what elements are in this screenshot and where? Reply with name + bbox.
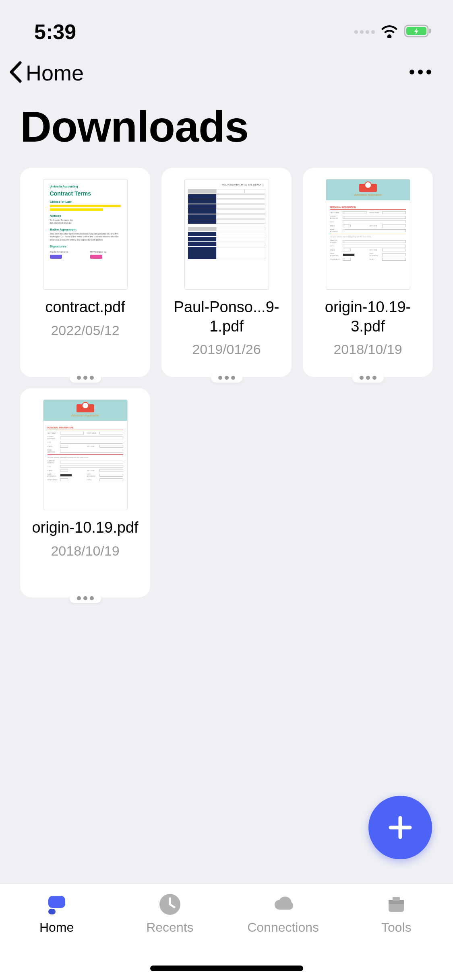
- svg-point-0: [388, 35, 391, 37]
- svg-point-15: [372, 376, 376, 380]
- status-time: 5:39: [34, 20, 76, 44]
- svg-point-7: [77, 376, 81, 380]
- file-date: 2022/05/12: [51, 323, 119, 338]
- back-label: Home: [26, 60, 84, 85]
- tab-label: Tools: [381, 920, 412, 935]
- tab-tools[interactable]: Tools: [340, 893, 453, 980]
- svg-rect-19: [48, 896, 65, 908]
- status-indicators: [354, 24, 433, 40]
- file-name: origin-10.19.pdf: [32, 518, 138, 537]
- tab-label: Connections: [247, 920, 319, 935]
- file-thumbnail: PAUL PONSONBY LIMITED SITE SURVEY ●: [184, 179, 269, 290]
- svg-point-14: [366, 376, 370, 380]
- svg-point-10: [218, 376, 222, 380]
- tab-label: Recents: [146, 920, 193, 935]
- svg-point-17: [83, 596, 87, 600]
- clock-icon: [158, 893, 182, 916]
- toolbox-icon: [385, 893, 408, 916]
- svg-point-18: [90, 596, 94, 600]
- page-title: Downloads: [0, 89, 453, 168]
- file-card[interactable]: Umbrella Accounting Contract Terms Choic…: [20, 168, 150, 377]
- file-thumbnail: Admission Application PERSONAL INFORMATI…: [43, 399, 128, 510]
- add-button[interactable]: [368, 796, 432, 859]
- file-card[interactable]: Admission Application PERSONAL INFORMATI…: [20, 388, 150, 597]
- file-more-button[interactable]: [211, 373, 242, 383]
- file-more-button[interactable]: [352, 373, 384, 383]
- file-card[interactable]: Admission Application PERSONAL INFORMATI…: [303, 168, 433, 377]
- file-name: contract.pdf: [45, 298, 125, 317]
- home-tab-icon: [45, 893, 68, 916]
- back-button[interactable]: Home: [8, 60, 84, 85]
- tab-home[interactable]: Home: [0, 893, 113, 980]
- file-name: origin-10.19-3.pdf: [310, 298, 426, 336]
- svg-point-9: [90, 376, 94, 380]
- file-card[interactable]: PAUL PONSONBY LIMITED SITE SURVEY ● Paul…: [161, 168, 292, 377]
- file-grid: Umbrella Accounting Contract Terms Choic…: [0, 168, 453, 597]
- svg-rect-2: [429, 29, 431, 33]
- file-thumbnail: Admission Application PERSONAL INFORMATI…: [326, 179, 410, 290]
- wifi-icon: [381, 24, 398, 39]
- nav-bar: Home: [0, 48, 453, 89]
- battery-icon: [404, 24, 433, 40]
- status-bar: 5:39: [0, 0, 453, 48]
- svg-point-16: [77, 596, 81, 600]
- file-date: 2018/10/19: [333, 342, 402, 357]
- svg-point-12: [231, 376, 235, 380]
- svg-point-13: [360, 376, 364, 380]
- svg-point-5: [418, 70, 423, 74]
- svg-rect-20: [48, 909, 56, 914]
- svg-rect-24: [393, 897, 400, 901]
- home-indicator[interactable]: [150, 966, 303, 971]
- file-more-button[interactable]: [70, 593, 101, 603]
- svg-point-6: [426, 70, 431, 74]
- svg-point-8: [83, 376, 87, 380]
- file-thumbnail: Umbrella Accounting Contract Terms Choic…: [43, 179, 128, 290]
- cellular-signal-icon: [354, 30, 375, 34]
- cloud-icon: [271, 893, 295, 916]
- file-date: 2018/10/19: [51, 543, 119, 559]
- more-button[interactable]: [408, 68, 433, 78]
- file-more-button[interactable]: [70, 373, 101, 383]
- svg-point-11: [225, 376, 229, 380]
- tab-label: Home: [39, 920, 74, 935]
- svg-point-4: [410, 70, 414, 74]
- file-date: 2019/01/26: [192, 342, 261, 357]
- chevron-left-icon: [8, 61, 23, 84]
- plus-icon: [387, 814, 414, 841]
- file-name: Paul-Ponso...9-1.pdf: [169, 298, 284, 336]
